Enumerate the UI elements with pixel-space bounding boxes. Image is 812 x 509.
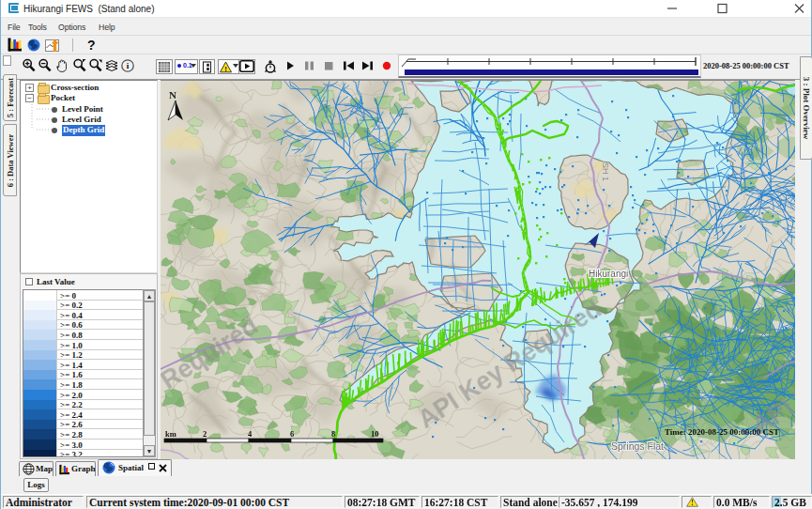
svg-text:km: km xyxy=(165,429,176,439)
svg-text:!: ! xyxy=(224,65,227,73)
svg-text:2: 2 xyxy=(203,429,207,439)
svg-text:Springs Flat: Springs Flat xyxy=(611,440,664,452)
svg-text:Hikurangi: Hikurangi xyxy=(589,269,628,279)
svg-text:N: N xyxy=(169,89,176,100)
svg-text:8: 8 xyxy=(331,429,335,439)
svg-text:10: 10 xyxy=(371,429,379,439)
svg-text:i: i xyxy=(127,61,130,70)
svg-text:SH 1: SH 1 xyxy=(601,162,610,181)
svg-text:!: ! xyxy=(691,499,693,507)
svg-text:6: 6 xyxy=(290,429,294,439)
svg-text:Time: 2020-08-25 00:00:00 CST: Time: 2020-08-25 00:00:00 CST xyxy=(665,427,779,437)
